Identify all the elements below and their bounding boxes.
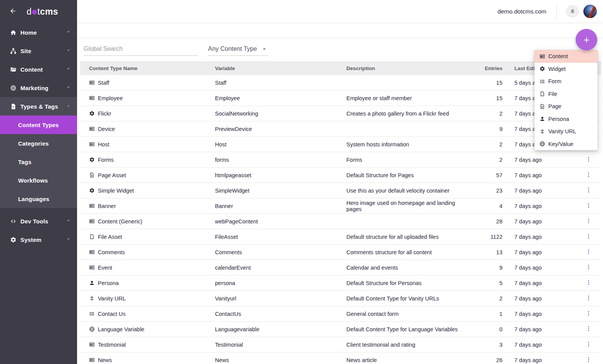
- content-type-name: Vanity URL: [98, 295, 126, 302]
- add-menu-item-vanity-url[interactable]: Vanity URL: [534, 125, 598, 138]
- table-row[interactable]: PersonapersonaDefault Structure for Pers…: [80, 275, 601, 291]
- content-type-name-cell[interactable]: Simple Widget: [80, 188, 215, 194]
- content-type-name-cell[interactable]: Employee: [80, 95, 215, 101]
- sidebar-item-content-types[interactable]: Content Types: [0, 116, 77, 134]
- column-header-name[interactable]: Content Type Name: [80, 65, 215, 71]
- table-row[interactable]: Content (Generic)webPageContent287 days …: [80, 214, 601, 229]
- content-type-name-cell[interactable]: Language Variable: [80, 326, 215, 332]
- row-actions-button[interactable]: [585, 325, 592, 333]
- table-row[interactable]: FlickrSocialNetworkingCreates a photo ga…: [80, 106, 601, 121]
- content-type-name-cell[interactable]: Banner: [80, 203, 215, 209]
- sidebar-item-categories[interactable]: Categories: [0, 134, 77, 153]
- row-actions-button[interactable]: [585, 341, 592, 349]
- content-type-name-cell[interactable]: Testimonial: [80, 342, 215, 348]
- content-type-name-cell[interactable]: Staff: [80, 80, 215, 86]
- logo-text: d: [27, 7, 32, 17]
- sidebar-item-content[interactable]: Content: [0, 60, 77, 79]
- actions-cell: [576, 187, 601, 195]
- content-type-filter-select[interactable]: Any Content Type: [208, 43, 268, 56]
- dots-vertical-icon: [585, 171, 592, 178]
- content-type-name-cell[interactable]: Forms: [80, 157, 215, 163]
- table-row[interactable]: DevicePreviewDevice97 days ago: [80, 121, 601, 137]
- content-type-name: Content (Generic): [98, 218, 142, 225]
- content-type-name-cell[interactable]: File Asset: [80, 234, 215, 240]
- sidebar-item-workflows[interactable]: Workflows: [0, 171, 77, 190]
- sidebar-item-types-tags[interactable]: Types & Tags: [0, 97, 77, 116]
- add-menu-item-widget[interactable]: Widget: [534, 63, 598, 75]
- content-type-name-cell[interactable]: Persona: [80, 280, 215, 286]
- add-menu-item-file[interactable]: File: [534, 88, 598, 101]
- table-row[interactable]: Vanity URLVanityurlDefault Content Type …: [80, 291, 601, 306]
- row-actions-button[interactable]: [585, 356, 592, 364]
- table-row[interactable]: EmployeeEmployeeEmployee or staff member…: [80, 91, 601, 106]
- add-menu-item-form[interactable]: Form: [534, 75, 598, 88]
- table-row[interactable]: File AssetFileAssetDefault structure for…: [80, 229, 601, 245]
- table-row[interactable]: StaffStaff155 days ago: [80, 75, 601, 91]
- row-actions-button[interactable]: [585, 310, 592, 318]
- row-actions-button[interactable]: [585, 218, 592, 225]
- sidebar-item-marketing[interactable]: Marketing: [0, 79, 77, 97]
- row-actions-button[interactable]: [585, 248, 592, 256]
- column-header-entries[interactable]: Entries: [465, 65, 502, 71]
- content-type-name-cell[interactable]: Contact Us: [80, 311, 215, 317]
- row-actions-button[interactable]: [585, 295, 592, 302]
- row-actions-button[interactable]: [585, 233, 592, 241]
- row-actions-button[interactable]: [585, 202, 592, 210]
- add-menu-item-key-value[interactable]: Key/Value: [534, 138, 598, 151]
- dots-vertical-icon: [585, 233, 592, 240]
- table-row[interactable]: Page AssethtmlpageassetDefault Structure…: [80, 168, 601, 183]
- back-button[interactable]: [9, 7, 17, 16]
- column-header-variable[interactable]: Variable: [215, 65, 346, 71]
- notifications-button[interactable]: [566, 5, 579, 18]
- table-row[interactable]: HostHostSystem hosts information27 days …: [80, 137, 601, 152]
- sidebar-item-dev-tools[interactable]: Dev Tools: [0, 212, 77, 230]
- row-actions-button[interactable]: [585, 156, 592, 164]
- content-type-name-cell[interactable]: Device: [80, 126, 215, 132]
- sidebar-item-label: Types & Tags: [20, 103, 65, 110]
- column-header-description[interactable]: Description: [346, 65, 465, 71]
- table-row[interactable]: Contact UsContactUsGeneral contact form1…: [80, 306, 601, 322]
- row-actions-button[interactable]: [585, 264, 592, 272]
- sidebar-item-languages[interactable]: Languages: [0, 190, 77, 208]
- table-row[interactable]: Language VariableLanguagevariableDefault…: [80, 322, 601, 337]
- add-content-type-menu: ContentWidgetFormFilePagePersonaVanity U…: [534, 50, 598, 150]
- table-row[interactable]: FormsformsForms27 days ago: [80, 152, 601, 168]
- avatar[interactable]: [583, 5, 597, 18]
- description-cell: System hosts information: [346, 141, 465, 148]
- description-cell: Default Content Type for Vanity URLs: [346, 295, 465, 302]
- global-search-input[interactable]: [84, 43, 198, 56]
- content-type-name: Persona: [98, 280, 119, 286]
- content-type-name-cell[interactable]: Page Asset: [80, 172, 215, 178]
- row-actions-button[interactable]: [585, 279, 592, 287]
- add-menu-item-persona[interactable]: Persona: [534, 113, 598, 126]
- row-actions-button[interactable]: [585, 171, 592, 179]
- sidebar-item-site[interactable]: Site: [0, 42, 77, 60]
- description-cell: Client testimonial and rating: [346, 342, 465, 348]
- sidebar-group-types-tags: Types & TagsContent TypesCategoriesTagsW…: [0, 97, 77, 208]
- content-type-name: Staff: [98, 80, 109, 86]
- sidebar-item-home[interactable]: Home: [0, 23, 77, 42]
- sidebar-item-tags[interactable]: Tags: [0, 153, 77, 171]
- file-icon: [89, 234, 95, 240]
- content-type-name-cell[interactable]: Event: [80, 265, 215, 271]
- content-type-name-cell[interactable]: Host: [80, 141, 215, 148]
- table-row[interactable]: NewsNewsNews article267 days ago: [80, 352, 601, 364]
- add-menu-item-content[interactable]: Content: [534, 50, 598, 63]
- table-row[interactable]: TestimonialTestimonialClient testimonial…: [80, 337, 601, 352]
- table-row[interactable]: EventcalendarEventCalendar and events97 …: [80, 260, 601, 275]
- table-row[interactable]: Simple WidgetSimpleWidgetUse this as you…: [80, 183, 601, 198]
- content-type-name-cell[interactable]: Comments: [80, 249, 215, 255]
- content-type-name-cell[interactable]: News: [80, 357, 215, 363]
- content-type-name-cell[interactable]: Vanity URL: [80, 295, 215, 302]
- dots-vertical-icon: [585, 310, 592, 317]
- row-actions-button[interactable]: [585, 187, 592, 195]
- actions-cell: [576, 233, 601, 241]
- add-menu-item-page[interactable]: Page: [534, 100, 598, 113]
- file-icon: [539, 91, 545, 97]
- add-content-type-fab[interactable]: +: [576, 29, 597, 50]
- content-type-name-cell[interactable]: Flickr: [80, 111, 215, 117]
- content-type-name-cell[interactable]: Content (Generic): [80, 218, 215, 225]
- table-row[interactable]: BannerBannerHero image used on homepage …: [80, 198, 601, 214]
- sidebar-item-system[interactable]: System: [0, 230, 77, 249]
- table-row[interactable]: CommentsCommentsComments structure for a…: [80, 245, 601, 260]
